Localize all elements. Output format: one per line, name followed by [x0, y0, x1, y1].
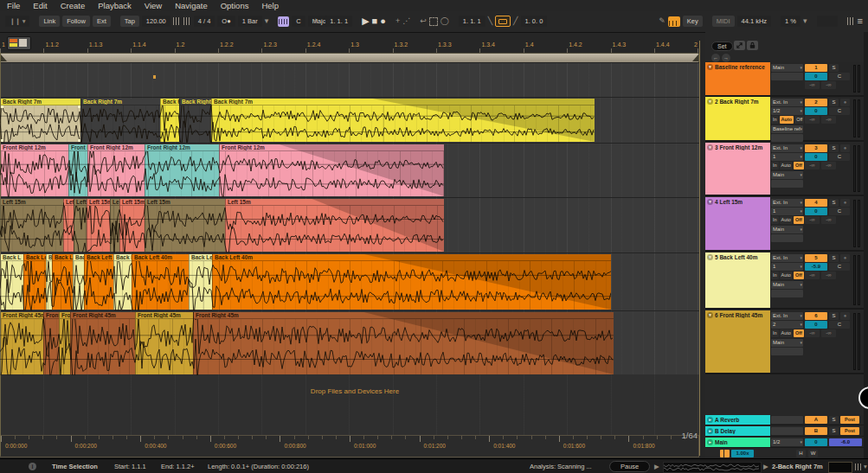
return-color-block[interactable]: ▸A Reverb	[705, 415, 770, 425]
scale-mode-button[interactable]	[278, 16, 289, 27]
track-fold-icon[interactable]: ▾	[707, 312, 713, 318]
pan-field[interactable]: C	[829, 73, 850, 80]
clip-play-icon[interactable]: ▶	[763, 463, 768, 470]
audio-clip[interactable]: Back L	[0, 254, 23, 310]
track-color-block[interactable]: ▾6 Front Right 45m	[705, 310, 770, 373]
tap-tempo-button[interactable]: Tap	[120, 16, 139, 27]
punch-in-button[interactable]: ╲	[488, 16, 492, 27]
main-routing-dropdown[interactable]: 1/2▾	[771, 438, 803, 446]
track-header-5[interactable]: ▾5 Back Left 40mExt. In▾1▾InAutoOffMain▾…	[705, 252, 868, 310]
audio-clip[interactable]: Front Right 45m	[0, 312, 43, 374]
nudge-down-button[interactable]	[173, 17, 181, 25]
nudge-up-button[interactable]	[183, 17, 191, 25]
send-field-b[interactable]: -∞	[821, 116, 836, 124]
monitor-option-off[interactable]: Off	[794, 116, 804, 124]
key-map-button[interactable]: Key	[683, 16, 703, 27]
routing-textbox[interactable]	[771, 73, 803, 80]
link-button[interactable]: Link	[39, 16, 60, 27]
arm-button[interactable]: ●	[840, 199, 850, 207]
send-field-a[interactable]: -∞	[805, 216, 820, 224]
pan-field[interactable]: C	[829, 208, 850, 215]
loop-switch[interactable]	[495, 16, 511, 27]
loop-length-field[interactable]: 1. 0. 0	[521, 16, 548, 27]
pan-field[interactable]: C	[829, 263, 850, 271]
track-header-6[interactable]: ▾6 Front Right 45mExt. In▾2▾InAutoOffMai…	[705, 310, 868, 374]
audio-clip[interactable]: Le	[110, 199, 119, 252]
audio-clip[interactable]: Back Left 40m	[212, 254, 611, 310]
monitor-option-off[interactable]: Off	[794, 216, 804, 224]
return-textbox[interactable]	[771, 416, 803, 424]
play-button[interactable]: ▶	[362, 16, 369, 27]
track-header-2[interactable]: ▾2 Back Right 7mExt. In▾1/2▾InAutoOffBas…	[705, 97, 868, 142]
monitor-option-off[interactable]: Off	[794, 329, 804, 337]
hamburger-menu-icon[interactable]: ≡	[858, 16, 863, 27]
track-color-block[interactable]: ▾2 Back Right 7m	[705, 97, 770, 140]
send-field-b[interactable]: -∞	[821, 81, 836, 89]
menu-navigate[interactable]: Navigate	[175, 1, 208, 10]
back-to-arrangement-button[interactable]	[429, 17, 438, 26]
overdub-button[interactable]: +	[395, 16, 400, 27]
send-field-a[interactable]: -∞	[805, 162, 820, 169]
routing-dropdown[interactable]: 1▾	[771, 208, 803, 215]
time-signature-field[interactable]: 4 / 4	[194, 16, 215, 27]
return-play-icon[interactable]: ▸	[707, 428, 713, 434]
pan-field[interactable]: C	[829, 321, 850, 329]
track-number-box[interactable]: 3	[805, 144, 827, 152]
track-color-block[interactable]: ▾Baseline reference	[705, 62, 770, 95]
monitor-option-auto[interactable]: Auto	[780, 329, 793, 337]
volume-field[interactable]: 0	[805, 73, 827, 80]
pan-field[interactable]: C	[829, 153, 850, 161]
routing-dropdown[interactable]: Ext. In▾	[771, 144, 803, 152]
arrangement-position-field[interactable]: 1. 1. 1	[325, 16, 352, 27]
audio-clip[interactable]: Left 15m	[119, 199, 145, 252]
audio-clip[interactable]: Front Right 12m	[145, 144, 219, 196]
audio-clip[interactable]: Front Right 45m	[193, 312, 614, 374]
audio-clip[interactable]: Front Right 45m	[70, 312, 135, 374]
audio-clip[interactable]: Back Le	[113, 254, 132, 310]
return-id-box[interactable]: B	[805, 427, 827, 435]
routing-dropdown[interactable]: Main▾	[771, 281, 803, 289]
monitor-option-in[interactable]: In	[771, 216, 779, 224]
audio-clip[interactable]: Left 15m	[145, 199, 225, 252]
track-number-box[interactable]: 4	[805, 199, 827, 207]
routing-dropdown[interactable]: 1/2▾	[771, 107, 803, 115]
selection-handle[interactable]	[78, 105, 80, 108]
monitor-option-in[interactable]: In	[771, 162, 779, 169]
routing-dropdown[interactable]: Ext. In▾	[771, 254, 803, 262]
send-field-a[interactable]: -∞	[805, 329, 820, 337]
main-play-icon[interactable]: ▸	[707, 439, 713, 445]
main-cue-field[interactable]: -6.0	[829, 438, 862, 446]
audio-clip[interactable]: Back Left 4	[189, 254, 212, 310]
draw-mode-button[interactable]: ✎	[659, 16, 665, 27]
audio-clip[interactable]: Back Left 4	[84, 254, 113, 310]
lock-icon[interactable]	[747, 41, 758, 50]
monitor-option-auto[interactable]: Auto	[780, 162, 793, 169]
nav-back-button[interactable]: ←	[711, 54, 720, 62]
audio-clip[interactable]: Back Lef	[52, 254, 73, 310]
return-track-b[interactable]: ▸B DelayBSPost	[705, 426, 868, 437]
volume-field[interactable]: 0	[805, 107, 827, 115]
monitor-option-off[interactable]: Off	[794, 162, 804, 169]
return-solo-button[interactable]: S	[829, 427, 839, 435]
track-fold-icon[interactable]: ▾	[707, 99, 713, 105]
quantize-menu[interactable]: 1 Bar	[238, 16, 262, 27]
audio-clip[interactable]: Left 1	[74, 199, 87, 252]
routing-dropdown[interactable]: Main▾	[771, 171, 803, 179]
loop-start-field[interactable]: 1. 1. 1	[459, 16, 485, 27]
return-play-icon[interactable]: ▸	[707, 417, 713, 423]
return-track-a[interactable]: ▸A ReverbASPost	[705, 415, 868, 425]
monitor-option-in[interactable]: In	[771, 329, 779, 337]
audio-clip[interactable]: Back Right 7m	[211, 99, 595, 142]
send-field-b[interactable]: -∞	[821, 162, 836, 169]
tempo-field[interactable]: 120.00	[142, 16, 170, 27]
audio-clip[interactable]: B	[46, 254, 52, 310]
track-header-1[interactable]: ▾Baseline referenceMain▾1S0C-∞-∞	[705, 62, 868, 97]
audio-clip[interactable]: Back Right 7m	[80, 99, 160, 142]
track-fold-icon[interactable]: ▾	[707, 144, 713, 150]
audio-clip[interactable]: Back Left	[23, 254, 46, 310]
arm-button[interactable]: ●	[840, 144, 850, 152]
track-number-box[interactable]: 2	[805, 99, 827, 106]
selection-handle[interactable]	[1, 105, 3, 108]
solo-button[interactable]: S	[829, 254, 839, 262]
cue-marker-icon[interactable]: +‥	[313, 16, 323, 27]
